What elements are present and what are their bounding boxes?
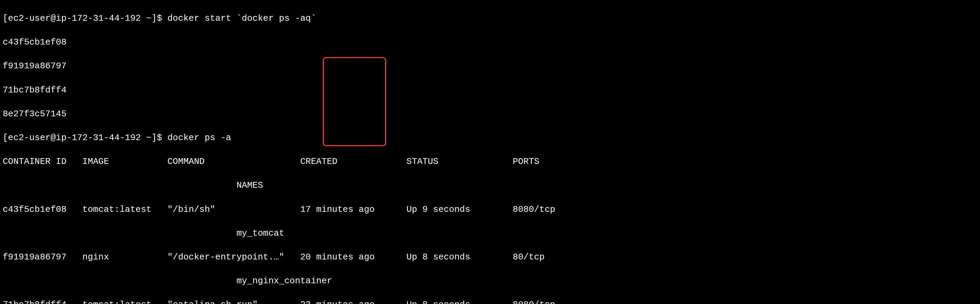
output-line: 71bc7b8fdff4 xyxy=(3,84,977,96)
output-line: 8e27f3c57145 xyxy=(3,108,977,120)
command-text: docker ps -a xyxy=(167,133,231,143)
table-header-line: CONTAINER ID IMAGE COMMAND CREATED STATU… xyxy=(3,156,977,168)
command-text: docker start `docker ps -aq` xyxy=(167,13,317,24)
output-line: f91919a86797 xyxy=(3,60,977,72)
shell-prompt: [ec2-user@ip-172-31-44-192 ~]$ xyxy=(3,13,167,24)
output-line: c43f5cb1ef08 xyxy=(3,36,977,48)
table-row: my_nginx_container xyxy=(3,275,977,287)
prompt-line-1: [ec2-user@ip-172-31-44-192 ~]$ docker st… xyxy=(3,13,977,24)
table-row: f91919a86797 nginx "/docker-entrypoint.…… xyxy=(3,251,977,263)
table-row: c43f5cb1ef08 tomcat:latest "/bin/sh" 17 … xyxy=(3,204,977,215)
terminal[interactable]: [ec2-user@ip-172-31-44-192 ~]$ docker st… xyxy=(0,0,980,304)
prompt-line-2: [ec2-user@ip-172-31-44-192 ~]$ docker ps… xyxy=(3,132,977,144)
table-row: 71bc7b8fdff4 tomcat:latest "catalina.sh … xyxy=(3,299,977,304)
shell-prompt: [ec2-user@ip-172-31-44-192 ~]$ xyxy=(3,133,167,143)
table-row: my_tomcat xyxy=(3,228,977,239)
table-header-line: NAMES xyxy=(3,179,977,192)
